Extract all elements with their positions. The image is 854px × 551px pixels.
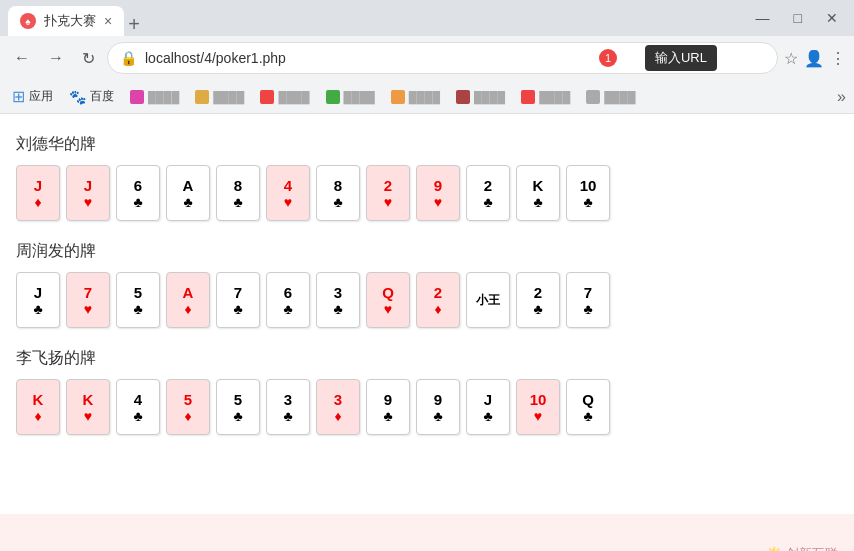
card: 6♣ (266, 272, 310, 328)
bm7-icon (521, 90, 535, 104)
card: J♣ (16, 272, 60, 328)
player-1-name: 刘德华的牌 (16, 134, 838, 155)
bm4-label: ████ (344, 91, 375, 103)
card: J♥ (66, 165, 110, 221)
bookmark-7[interactable]: ████ (517, 88, 574, 106)
close-button[interactable]: ✕ (818, 6, 846, 30)
card: 6♣ (116, 165, 160, 221)
card: 8♣ (316, 165, 360, 221)
bm2-label: ████ (213, 91, 244, 103)
bm6-label: ████ (474, 91, 505, 103)
card: 小王 (466, 272, 510, 328)
bm4-icon (326, 90, 340, 104)
bookmark-baidu-label: 百度 (90, 88, 114, 105)
player-3-section: 李飞扬的牌 K♦K♥4♣5♦5♣3♣3♦9♣9♣J♣10♥Q♣ (16, 348, 838, 435)
bookmark-apps-label: 应用 (29, 88, 53, 105)
bm5-label: ████ (409, 91, 440, 103)
bookmark-8[interactable]: ████ (582, 88, 639, 106)
bookmarks-more-button[interactable]: » (837, 88, 846, 106)
player-3-name: 李飞扬的牌 (16, 348, 838, 369)
refresh-button[interactable]: ↻ (76, 45, 101, 72)
apps-icon: ⊞ (12, 87, 25, 106)
tab-label: 扑克大赛 (44, 12, 96, 30)
bm3-label: ████ (278, 91, 309, 103)
browser-window: ♠ 扑克大赛 × + — □ ✕ ← → ↻ 🔒 localhost/4/pok… (0, 0, 854, 551)
card: 5♣ (216, 379, 260, 435)
bm6-icon (456, 90, 470, 104)
card: 9♣ (366, 379, 410, 435)
address-input-box[interactable]: 🔒 localhost/4/poker1.php 1 输入URL (107, 42, 778, 74)
card: 4♥ (266, 165, 310, 221)
back-button[interactable]: ← (8, 45, 36, 71)
maximize-button[interactable]: □ (786, 6, 810, 30)
url-hint: 输入URL (645, 45, 717, 71)
card: 10♣ (566, 165, 610, 221)
tab-favicon: ♠ (20, 13, 36, 29)
bookmark-4[interactable]: ████ (322, 88, 379, 106)
window-controls: — □ ✕ (748, 6, 846, 30)
security-icon: 🔒 (120, 50, 137, 66)
card: 9♥ (416, 165, 460, 221)
bookmark-baidu[interactable]: 🐾 百度 (65, 86, 118, 107)
card: 3♦ (316, 379, 360, 435)
watermark-area: 🌟 创新互联 (0, 514, 854, 551)
forward-button[interactable]: → (42, 45, 70, 71)
card: K♥ (66, 379, 110, 435)
bookmark-1[interactable]: ████ (126, 88, 183, 106)
bookmark-star-button[interactable]: ☆ (784, 49, 798, 68)
bm1-icon (130, 90, 144, 104)
card: J♦ (16, 165, 60, 221)
menu-button[interactable]: ⋮ (830, 49, 846, 68)
card: 3♣ (266, 379, 310, 435)
card: 5♦ (166, 379, 210, 435)
bm8-icon (586, 90, 600, 104)
account-button[interactable]: 👤 (804, 49, 824, 68)
bm5-icon (391, 90, 405, 104)
bookmark-3[interactable]: ████ (256, 88, 313, 106)
bm8-label: ████ (604, 91, 635, 103)
player-1-section: 刘德华的牌 J♦J♥6♣A♣8♣4♥8♣2♥9♥2♣K♣10♣ (16, 134, 838, 221)
player-3-cards: K♦K♥4♣5♦5♣3♣3♦9♣9♣J♣10♥Q♣ (16, 379, 838, 435)
tab-close-button[interactable]: × (104, 13, 112, 29)
bm7-label: ████ (539, 91, 570, 103)
card: 2♣ (466, 165, 510, 221)
page-content: 刘德华的牌 J♦J♥6♣A♣8♣4♥8♣2♥9♥2♣K♣10♣ 周润发的牌 J♣… (0, 114, 854, 514)
watermark-text: 🌟 创新互联 (766, 545, 838, 551)
card: K♦ (16, 379, 60, 435)
card: 2♣ (516, 272, 560, 328)
card: Q♣ (566, 379, 610, 435)
card: 2♦ (416, 272, 460, 328)
card: 8♣ (216, 165, 260, 221)
bookmark-6[interactable]: ████ (452, 88, 509, 106)
card: A♦ (166, 272, 210, 328)
active-tab[interactable]: ♠ 扑克大赛 × (8, 6, 124, 36)
bookmarks-bar: ⊞ 应用 🐾 百度 ████ ████ ████ ████ ████ (0, 80, 854, 114)
card: 4♣ (116, 379, 160, 435)
baidu-icon: 🐾 (69, 89, 86, 105)
player-2-name: 周润发的牌 (16, 241, 838, 262)
card: K♣ (516, 165, 560, 221)
card: 3♣ (316, 272, 360, 328)
bm1-label: ████ (148, 91, 179, 103)
bm2-icon (195, 90, 209, 104)
player-1-cards: J♦J♥6♣A♣8♣4♥8♣2♥9♥2♣K♣10♣ (16, 165, 838, 221)
card: Q♥ (366, 272, 410, 328)
notification-badge: 1 (599, 49, 617, 67)
card: 7♥ (66, 272, 110, 328)
address-bar: ← → ↻ 🔒 localhost/4/poker1.php 1 输入URL ☆… (0, 36, 854, 80)
card: 7♣ (566, 272, 610, 328)
card: 10♥ (516, 379, 560, 435)
title-bar: ♠ 扑克大赛 × + — □ ✕ (0, 0, 854, 36)
minimize-button[interactable]: — (748, 6, 778, 30)
card: J♣ (466, 379, 510, 435)
bookmark-2[interactable]: ████ (191, 88, 248, 106)
card: 2♥ (366, 165, 410, 221)
player-2-cards: J♣7♥5♣A♦7♣6♣3♣Q♥2♦小王2♣7♣ (16, 272, 838, 328)
new-tab-button[interactable]: + (128, 13, 140, 36)
player-2-section: 周润发的牌 J♣7♥5♣A♦7♣6♣3♣Q♥2♦小王2♣7♣ (16, 241, 838, 328)
bookmark-apps[interactable]: ⊞ 应用 (8, 85, 57, 108)
bookmark-5[interactable]: ████ (387, 88, 444, 106)
card: A♣ (166, 165, 210, 221)
tab-area: ♠ 扑克大赛 × + (8, 0, 744, 36)
card: 9♣ (416, 379, 460, 435)
